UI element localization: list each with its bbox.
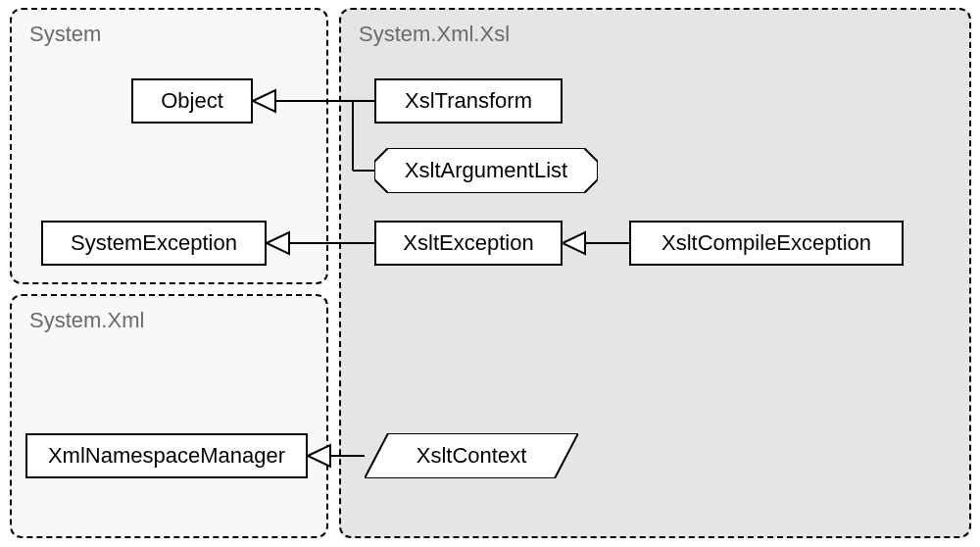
class-label: SystemException bbox=[71, 230, 237, 256]
class-xslt-exception: XsltException bbox=[374, 221, 563, 266]
class-label: XsltArgumentList bbox=[374, 148, 598, 193]
class-label: XsltContext bbox=[365, 433, 578, 478]
class-label: XsltCompileException bbox=[662, 230, 871, 256]
class-xslt-context: XsltContext bbox=[365, 433, 578, 478]
class-label: Object bbox=[161, 88, 223, 114]
class-label: XslTransform bbox=[405, 88, 532, 114]
class-label: XmlNamespaceManager bbox=[48, 443, 285, 469]
class-system-exception: SystemException bbox=[41, 221, 267, 266]
class-hierarchy-diagram: System.Xml.Xsl System System.Xml Object … bbox=[0, 0, 980, 547]
namespace-system-xml: System.Xml bbox=[10, 294, 328, 538]
namespace-label: System.Xml bbox=[29, 308, 144, 333]
class-xslt-argument-list: XsltArgumentList bbox=[374, 148, 598, 193]
class-xsl-transform: XslTransform bbox=[374, 78, 563, 124]
class-xml-namespace-manager: XmlNamespaceManager bbox=[25, 433, 308, 478]
namespace-label: System.Xml.Xsl bbox=[359, 22, 510, 47]
class-label: XsltException bbox=[403, 230, 533, 256]
class-xslt-compile-exception: XsltCompileException bbox=[629, 221, 904, 266]
class-object: Object bbox=[131, 78, 253, 124]
namespace-label: System bbox=[29, 22, 101, 47]
